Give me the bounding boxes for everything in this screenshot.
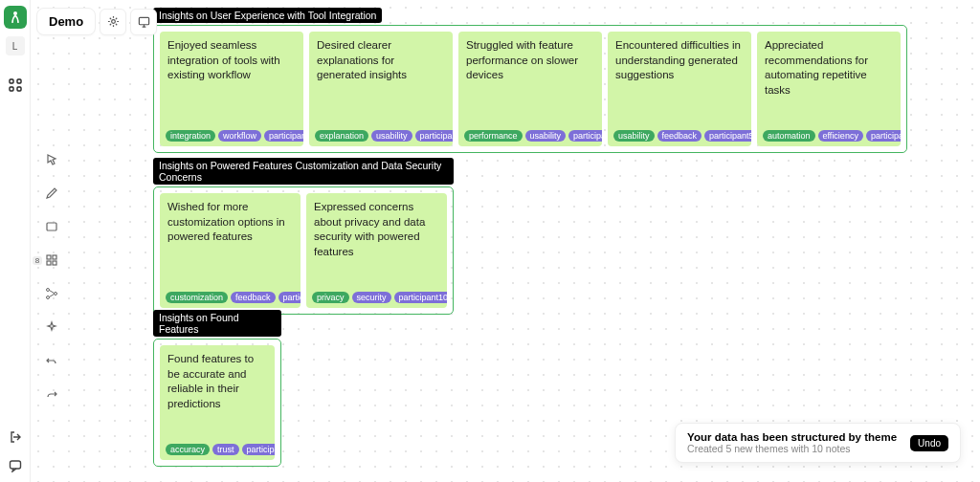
tool-panel (40, 148, 63, 405)
tag[interactable]: security (352, 292, 391, 303)
svg-rect-5 (10, 461, 20, 469)
svg-rect-10 (53, 255, 56, 259)
svg-rect-3 (10, 87, 13, 91)
insight-card[interactable]: Enjoyed seamless integration of tools wi… (160, 32, 303, 146)
tag[interactable]: usability (613, 130, 655, 142)
card-text: Struggled with feature performance on sl… (466, 38, 594, 83)
group-title[interactable]: Insights on Found Features (153, 310, 281, 337)
group-box: Found features to be accurate and reliab… (153, 339, 281, 467)
tag[interactable]: integration (166, 130, 215, 142)
tag-row: customizationfeedbackparticip (166, 292, 301, 303)
app-logo[interactable] (4, 6, 27, 29)
card-text: Wished for more customization options in… (167, 200, 293, 245)
group-title[interactable]: Insights on Powered Features Customizati… (153, 158, 454, 185)
tag[interactable]: accuracy (166, 444, 210, 455)
tag[interactable]: workflow (218, 130, 261, 142)
tag-row: privacysecurityparticipant10 (312, 292, 447, 303)
insight-card[interactable]: Appreciated recommendations for automati… (757, 32, 901, 146)
card-text: Enjoyed seamless integration of tools wi… (167, 38, 296, 83)
left-rail: L (0, 0, 31, 482)
card-text: Found features to be accurate and reliab… (167, 352, 267, 411)
insight-card[interactable]: Encountered difficulties in understandin… (608, 32, 751, 146)
tag[interactable]: participant (866, 130, 901, 142)
group-box: Enjoyed seamless integration of tools wi… (153, 25, 907, 153)
insight-card[interactable]: Desired clearer explanations for generat… (309, 32, 453, 146)
svg-point-14 (47, 296, 50, 299)
card-text: Expressed concerns about privacy and dat… (314, 200, 439, 259)
undo-button[interactable]: Undo (910, 435, 948, 451)
workspace-avatar[interactable]: L (6, 36, 25, 55)
present-button[interactable] (130, 9, 157, 35)
group-title[interactable]: Insights on User Experience with Tool In… (153, 8, 382, 23)
tag[interactable]: usability (525, 130, 567, 142)
card-text: Appreciated recommendations for automati… (765, 38, 893, 98)
insight-group[interactable]: Insights on User Experience with Tool In… (153, 6, 907, 153)
insight-card[interactable]: Struggled with feature performance on sl… (458, 32, 602, 146)
tag-row: performanceusabilityparticipant (464, 130, 602, 142)
feedback-icon[interactable] (9, 459, 22, 472)
top-bar: Demo (36, 8, 157, 35)
apps-icon[interactable] (9, 78, 22, 92)
layout-tool[interactable] (40, 249, 63, 272)
sparkle-tool[interactable] (40, 316, 63, 339)
card-tool[interactable] (40, 215, 63, 238)
logout-icon[interactable] (9, 430, 22, 444)
tag[interactable]: participant7 (415, 130, 453, 142)
redo-tool[interactable] (40, 383, 63, 405)
svg-rect-2 (17, 79, 21, 83)
settings-button[interactable] (100, 9, 126, 35)
card-text: Desired clearer explanations for generat… (317, 38, 445, 83)
tag[interactable]: participant8 (242, 444, 275, 455)
tag[interactable]: customization (166, 292, 228, 303)
svg-rect-8 (47, 223, 56, 230)
svg-rect-4 (17, 87, 21, 91)
insight-group[interactable]: Insights on Found FeaturesFound features… (153, 310, 281, 467)
insight-card[interactable]: Found features to be accurate and reliab… (160, 345, 275, 460)
group-box: Wished for more customization options in… (153, 186, 454, 315)
svg-rect-1 (10, 79, 13, 83)
workspace-name[interactable]: Demo (36, 8, 96, 35)
tag[interactable]: trust (212, 444, 239, 455)
undo-tool[interactable] (40, 349, 63, 372)
tag-row: usabilityfeedbackparticipant5 (613, 130, 751, 142)
tag[interactable]: participant10 (394, 292, 447, 303)
tag[interactable]: efficiency (818, 130, 863, 142)
svg-rect-12 (53, 261, 56, 265)
tag[interactable]: privacy (312, 292, 349, 303)
svg-rect-9 (47, 255, 51, 259)
tag[interactable]: performance (464, 130, 523, 142)
insight-card[interactable]: Expressed concerns about privacy and dat… (306, 193, 447, 308)
insight-group[interactable]: Insights on Powered Features Customizati… (153, 158, 454, 315)
tree-tool[interactable] (40, 282, 63, 305)
svg-point-0 (13, 11, 17, 15)
tag-row: automationefficiencyparticipant (763, 130, 901, 142)
svg-rect-7 (139, 17, 148, 24)
svg-point-15 (55, 293, 57, 296)
tag-row: accuracytrustparticipant8 (166, 444, 275, 455)
pencil-tool[interactable] (40, 182, 63, 205)
tag-row: explanationusabilityparticipant7 (315, 130, 453, 142)
svg-rect-11 (47, 261, 51, 265)
svg-point-6 (111, 20, 115, 24)
tag[interactable]: feedback (231, 292, 276, 303)
tag[interactable]: participant (568, 130, 602, 142)
tag[interactable]: participant5 (704, 130, 751, 142)
toast-subtitle: Created 5 new themes with 10 notes (687, 443, 897, 454)
toast-title: Your data has been structured by theme (687, 431, 897, 443)
tag[interactable]: usability (371, 130, 412, 142)
cursor-tool[interactable] (40, 148, 63, 171)
tag[interactable]: participant4 (264, 130, 303, 142)
svg-point-13 (47, 289, 50, 292)
toast: Your data has been structured by theme C… (675, 423, 961, 463)
card-text: Encountered difficulties in understandin… (615, 38, 744, 83)
insight-card[interactable]: Wished for more customization options in… (160, 193, 301, 308)
tag-row: integrationworkflowparticipant4 (166, 130, 303, 142)
tag[interactable]: explanation (315, 130, 368, 142)
tag[interactable]: automation (763, 130, 815, 142)
tag[interactable]: particip (278, 292, 301, 303)
tag[interactable]: feedback (657, 130, 702, 142)
